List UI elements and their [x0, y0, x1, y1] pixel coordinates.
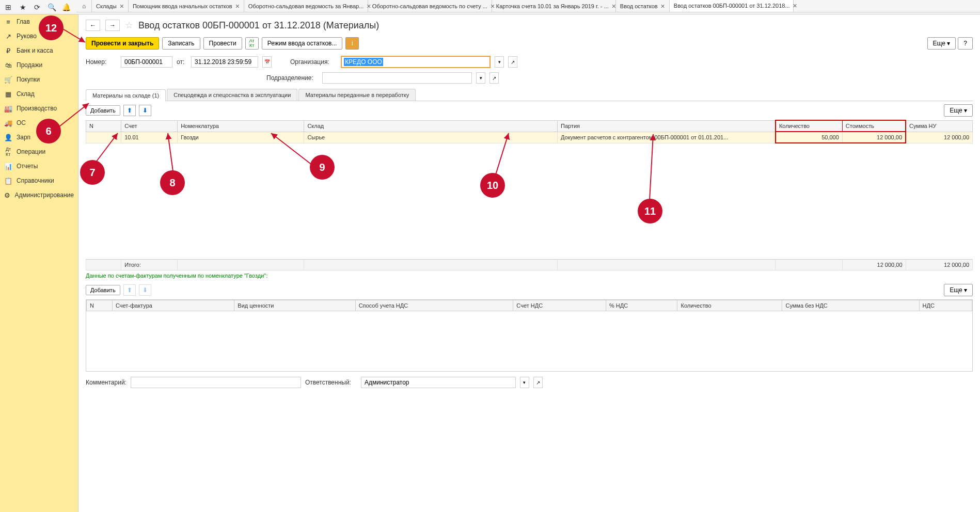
- tab-warehouses[interactable]: Склады×: [92, 0, 129, 12]
- tabs-bar: ⌂ Склады× Помощник ввода начальных остат…: [76, 0, 980, 12]
- tab-osv1[interactable]: Оборотно-сальдовая ведомость за Январ...…: [244, 0, 368, 12]
- tab-helper[interactable]: Помощник ввода начальных остатков×: [129, 0, 244, 12]
- star-icon[interactable]: ★: [17, 1, 29, 13]
- apps-icon[interactable]: ⊞: [2, 1, 14, 13]
- search-icon[interactable]: 🔍: [45, 1, 58, 13]
- close-icon[interactable]: ×: [661, 2, 665, 10]
- tab-current[interactable]: Ввод остатков 00БП-000001 от 31.12.2018.…: [670, 0, 794, 12]
- close-icon[interactable]: ×: [235, 2, 240, 10]
- bell-icon[interactable]: 🔔: [60, 1, 72, 13]
- home-tab[interactable]: ⌂: [76, 0, 92, 12]
- tab-osv2[interactable]: Оборотно-сальдовая ведомость по счету ..…: [368, 0, 492, 12]
- close-icon[interactable]: ×: [793, 2, 797, 10]
- history-icon[interactable]: ⟳: [31, 1, 43, 13]
- tab-card[interactable]: Карточка счета 10.01 за Январь 2019 г. -…: [492, 0, 616, 12]
- tab-enter[interactable]: Ввод остатков×: [616, 0, 670, 12]
- close-icon[interactable]: ×: [612, 2, 616, 10]
- close-icon[interactable]: ×: [120, 2, 124, 10]
